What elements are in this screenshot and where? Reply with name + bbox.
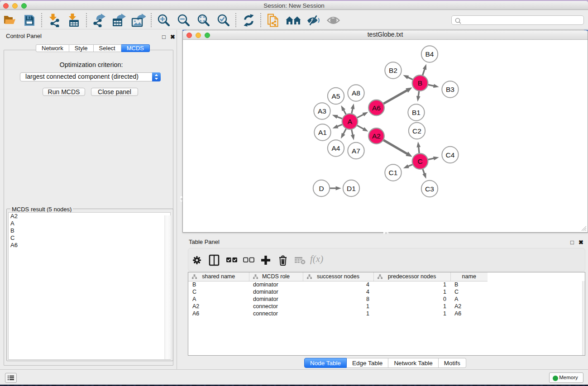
svg-text:A: A (348, 118, 353, 125)
svg-text:B: B (418, 79, 422, 87)
svg-text:A6: A6 (372, 104, 381, 112)
svg-text:D: D (319, 185, 324, 192)
svg-text:A8: A8 (352, 89, 360, 97)
svg-text:C: C (417, 157, 422, 165)
svg-text:B1: B1 (412, 109, 421, 116)
svg-text:A2: A2 (372, 132, 381, 140)
svg-text:C3: C3 (425, 185, 434, 193)
svg-text:A5: A5 (332, 92, 340, 100)
svg-text:A1: A1 (318, 129, 327, 136)
svg-text:C4: C4 (446, 151, 455, 159)
svg-text:C1: C1 (389, 169, 398, 176)
svg-text:B2: B2 (389, 67, 397, 74)
svg-text:B4: B4 (425, 50, 434, 58)
svg-text:B3: B3 (446, 86, 454, 93)
svg-text:C2: C2 (412, 127, 421, 135)
svg-text:D1: D1 (347, 185, 356, 192)
svg-text:A3: A3 (318, 107, 326, 115)
svg-text:A7: A7 (352, 147, 360, 155)
svg-text:A4: A4 (332, 144, 340, 152)
